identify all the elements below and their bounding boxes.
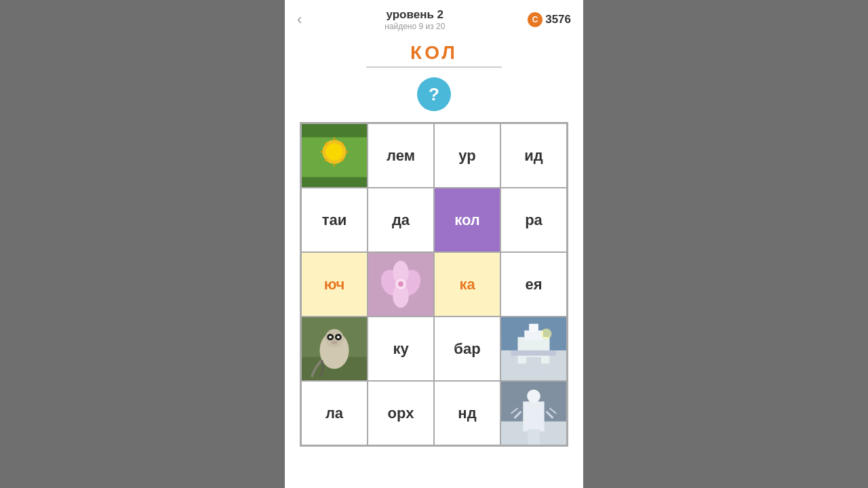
phone-frame: ‹ уровень 2 найдено 9 из 20 C 3576 КОЛ ?	[285, 0, 583, 488]
grid-cell-0[interactable]	[301, 123, 368, 188]
coins-value: 3576	[545, 13, 571, 26]
svg-rect-32	[529, 324, 538, 332]
svg-point-3	[326, 143, 342, 160]
grid-cell-7[interactable]: ра	[500, 188, 567, 252]
cell-text: юч	[324, 276, 345, 293]
svg-point-39	[527, 390, 540, 403]
cell-text: таи	[322, 211, 347, 229]
cell-text: лем	[387, 147, 415, 165]
svg-point-26	[337, 336, 340, 338]
background-left	[0, 0, 285, 488]
word-underline	[366, 66, 502, 68]
grid-cell-1[interactable]: лем	[368, 123, 434, 188]
grid-cell-2[interactable]: ур	[434, 123, 500, 188]
grid-cell-17[interactable]: орх	[368, 381, 434, 445]
svg-rect-44	[528, 429, 540, 445]
svg-rect-33	[526, 357, 541, 373]
cell-text: ра	[525, 211, 542, 229]
grid-cell-5[interactable]: да	[368, 188, 434, 252]
game-grid: лемуридтаидаколраюч каея к	[300, 122, 568, 447]
header: ‹ уровень 2 найдено 9 из 20 C 3576	[285, 0, 583, 35]
grid-cell-14[interactable]: бар	[434, 317, 500, 381]
level-title: уровень 2	[384, 8, 445, 22]
grid-cell-3[interactable]: ид	[500, 123, 567, 188]
background-right	[583, 0, 868, 488]
cell-text: нд	[458, 405, 476, 422]
header-center: уровень 2 найдено 9 из 20	[384, 8, 445, 31]
svg-point-18	[398, 281, 403, 287]
word-text: КОЛ	[410, 42, 458, 64]
grid-cell-12[interactable]	[301, 317, 368, 381]
grid-cell-16[interactable]: ла	[301, 381, 368, 445]
svg-point-35	[541, 329, 552, 340]
cell-text: ка	[459, 276, 475, 293]
cell-image-temple	[501, 317, 566, 380]
cell-text: ея	[525, 276, 542, 293]
word-display: КОЛ	[366, 42, 502, 68]
grid-cell-9[interactable]	[368, 252, 434, 317]
cell-text: ид	[524, 147, 543, 165]
grid-cell-19[interactable]	[500, 381, 567, 445]
cell-text: орх	[388, 405, 414, 422]
grid-cell-6[interactable]: кол	[434, 188, 500, 252]
svg-rect-34	[511, 350, 557, 356]
found-text: найдено 9 из 20	[384, 22, 445, 31]
cell-text: ку	[393, 340, 408, 358]
cell-text: бар	[454, 340, 480, 358]
cell-text: ур	[458, 147, 475, 165]
grid-cell-10[interactable]: ка	[434, 252, 500, 317]
svg-rect-31	[524, 331, 542, 341]
cell-image-dandelion	[302, 124, 367, 187]
cell-text: да	[392, 211, 410, 229]
cell-image-orchid	[368, 253, 433, 316]
coins-display: C 3576	[528, 12, 571, 27]
back-button[interactable]: ‹	[297, 11, 302, 28]
grid-cell-15[interactable]	[500, 317, 567, 381]
grid-cell-4[interactable]: таи	[301, 188, 368, 252]
grid-cell-8[interactable]: юч	[301, 252, 368, 317]
svg-point-25	[329, 336, 332, 338]
cell-text: кол	[454, 211, 480, 229]
cell-image-statue	[501, 382, 566, 445]
cell-image-lemur	[302, 317, 367, 380]
svg-rect-38	[523, 401, 544, 431]
cell-text: ла	[326, 405, 343, 422]
grid-cell-13[interactable]: ку	[368, 317, 434, 381]
svg-point-27	[331, 340, 338, 344]
help-button[interactable]: ?	[417, 77, 451, 111]
grid-cell-18[interactable]: нд	[434, 381, 500, 445]
coin-icon: C	[528, 12, 542, 27]
grid-cell-11[interactable]: ея	[500, 252, 567, 317]
